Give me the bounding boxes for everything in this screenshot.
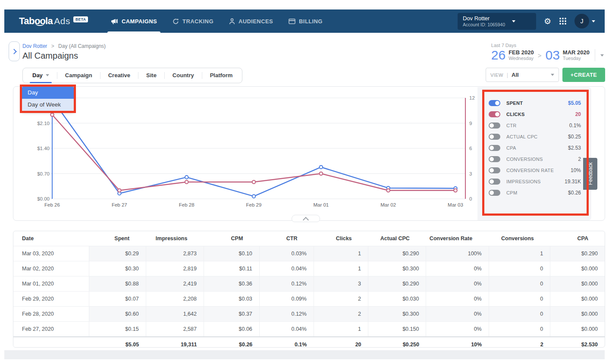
- table-cell: 0%: [426, 276, 489, 292]
- start-month: FEB 2020: [509, 49, 534, 56]
- column-header-conversion-rate[interactable]: Conversion Rate: [426, 231, 489, 246]
- feedback-tab[interactable]: Feedback: [583, 158, 597, 190]
- day-dimension-dropdown: DayDay of Week: [22, 87, 74, 111]
- table-cell: Mar 01, 2020: [13, 276, 89, 292]
- tab-day[interactable]: Day: [25, 68, 57, 83]
- table-cell: 100%: [426, 246, 489, 261]
- column-header-date[interactable]: Date: [13, 231, 89, 246]
- create-button[interactable]: +CREATE: [562, 68, 605, 82]
- nav-item-billing[interactable]: BILLING: [289, 9, 323, 33]
- table-cell: 0%: [426, 292, 489, 307]
- table-cell: 0.12%: [259, 307, 314, 322]
- table-row[interactable]: Feb 29, 2020$0.072,208$0.030.09%2$0.0300…: [13, 292, 605, 307]
- chevron-down-icon: [592, 20, 595, 22]
- metric-toggle[interactable]: [489, 122, 500, 129]
- tab-site[interactable]: Site: [138, 68, 164, 83]
- metric-value: 10%: [571, 167, 581, 173]
- metric-toggle[interactable]: [489, 145, 500, 151]
- tab-creative[interactable]: Creative: [100, 68, 138, 83]
- toggle-knob: [490, 146, 494, 150]
- metric-toggle[interactable]: [489, 100, 500, 106]
- view-selector[interactable]: VIEW | All: [486, 68, 559, 82]
- nav-label: TRACKING: [182, 18, 213, 25]
- user-menu[interactable]: J: [574, 14, 595, 28]
- table-row[interactable]: Feb 28, 2020$0.601,642$0.370.12%2$0.3000…: [13, 307, 605, 322]
- column-header-conversions[interactable]: Conversions: [489, 231, 550, 246]
- table-cell: Feb 27, 2020: [13, 322, 89, 337]
- column-header-clicks[interactable]: Clicks: [314, 231, 368, 246]
- end-weekday: Tuesday: [563, 56, 590, 61]
- table-row[interactable]: Mar 01, 2020$0.882,419$0.360.12%3$0.2900…: [13, 276, 605, 292]
- legend-row-conversions: CONVERSIONS2: [477, 154, 591, 165]
- account-selector[interactable]: Dov Rotter Account ID: 1065940: [458, 13, 536, 30]
- svg-text:$2.10: $2.10: [37, 121, 50, 126]
- chevron-down-icon[interactable]: [600, 54, 604, 56]
- column-header-cpa[interactable]: CPA: [550, 231, 605, 246]
- sidebar-expand-button[interactable]: [9, 41, 20, 61]
- apps-grid-icon[interactable]: [559, 17, 567, 25]
- column-header-spent[interactable]: Spent: [89, 231, 146, 246]
- tab-platform[interactable]: Platform: [202, 68, 241, 83]
- toggle-knob: [495, 112, 499, 116]
- legend-row-cpa: CPA$2.53: [477, 142, 591, 154]
- column-header-ctr[interactable]: CTR: [259, 231, 314, 246]
- table-cell: 0: [489, 276, 550, 292]
- chevron-down-icon: [551, 74, 554, 76]
- table-cell: $0.300: [368, 307, 426, 322]
- nav-item-audiences[interactable]: AUDIENCES: [229, 9, 273, 33]
- table-row[interactable]: Mar 03, 2020$0.292,873$0.100.03%1$0.2901…: [13, 246, 605, 261]
- svg-text:Feb 26: Feb 26: [44, 202, 60, 207]
- tab-country[interactable]: Country: [165, 68, 202, 83]
- page-footer-strip: [4, 350, 605, 359]
- account-id: Account ID: 1065940: [463, 22, 505, 28]
- line-chart[interactable]: $0.00$0.70$1.40$2.10036912Feb 26Feb 27Fe…: [13, 87, 477, 220]
- nav-label: CAMPAIGNS: [122, 18, 157, 25]
- metric-toggle[interactable]: [489, 190, 500, 196]
- view-value: All: [512, 72, 519, 78]
- date-range-picker[interactable]: Last 7 Days 26 FEB 2020 Wednesday > 03 M…: [491, 43, 604, 62]
- tab-campaign[interactable]: Campaign: [57, 68, 100, 83]
- gear-icon[interactable]: ⚙: [544, 16, 551, 26]
- breadcrumb-link-account[interactable]: Dov Rotter: [22, 43, 47, 49]
- end-day: 03: [545, 48, 559, 62]
- metric-toggle[interactable]: [489, 156, 500, 162]
- nav-item-campaigns[interactable]: CAMPAIGNS: [111, 9, 157, 33]
- logo-text: Tab: [19, 16, 35, 27]
- table-row[interactable]: Mar 02, 2020$0.302,819$0.110.04%1$0.3000…: [13, 261, 605, 276]
- metric-toggle[interactable]: [489, 134, 500, 140]
- table-cell: $0.300: [368, 261, 426, 276]
- nav-label: BILLING: [299, 18, 323, 25]
- table-cell: 3: [314, 276, 368, 292]
- table-cell: $0.290: [550, 246, 605, 261]
- nav-item-tracking[interactable]: TRACKING: [173, 9, 213, 33]
- table-cell: 0.03%: [259, 246, 314, 261]
- breadcrumb-separator: >: [51, 43, 54, 49]
- table-cell: $0.000: [550, 292, 605, 307]
- metric-toggle[interactable]: [489, 111, 500, 117]
- daily-metrics-table-card: DateSpentImpressionsCPMCTRClicksActual C…: [13, 231, 605, 348]
- megaphone-icon: [111, 18, 118, 25]
- metric-value: 2: [578, 156, 581, 162]
- metric-label: IMPRESSIONS: [506, 179, 541, 184]
- column-header-cpm[interactable]: CPM: [204, 231, 259, 246]
- totals-cell: $2.530: [550, 337, 605, 348]
- avatar[interactable]: J: [574, 14, 589, 28]
- divider: [595, 49, 595, 61]
- svg-text:0: 0: [469, 196, 472, 201]
- table-cell: 0: [489, 322, 550, 337]
- taboola-logo[interactable]: Taboola Ads BETA: [19, 16, 88, 27]
- column-header-actual-cpc[interactable]: Actual CPC: [368, 231, 426, 246]
- toggle-knob: [490, 157, 494, 161]
- table-cell: 1: [314, 246, 368, 261]
- chevron-up-icon: [303, 217, 309, 223]
- totals-cell: $0.26: [204, 337, 259, 348]
- dropdown-option-day-of-week[interactable]: Day of Week: [22, 99, 74, 111]
- table-cell: 2: [314, 292, 368, 307]
- dropdown-option-day[interactable]: Day: [22, 87, 74, 99]
- chart-collapse-button[interactable]: [292, 215, 320, 222]
- totals-cell: 10%: [426, 337, 489, 348]
- metric-toggle[interactable]: [489, 167, 500, 173]
- column-header-impressions[interactable]: Impressions: [146, 231, 204, 246]
- table-row[interactable]: Feb 27, 2020$0.152,587$0.060.04%1$0.1500…: [13, 322, 605, 337]
- metric-toggle[interactable]: [489, 179, 500, 185]
